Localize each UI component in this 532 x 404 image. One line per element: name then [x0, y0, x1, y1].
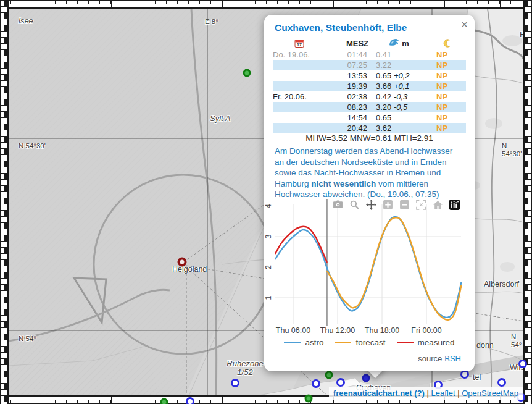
tide-table-row: 13:530.65 +0,2NP — [273, 70, 466, 81]
chart-frame-left — [0, 0, 9, 404]
map-marker-green[interactable] — [243, 69, 251, 77]
map-marker-blue[interactable] — [336, 378, 345, 387]
tide-time: 13:53 — [325, 71, 370, 80]
tide-table-row: 19:393.66 +0,1NP — [273, 81, 466, 91]
map-marker-blue[interactable] — [312, 379, 320, 388]
map-marker-blue[interactable] — [460, 370, 469, 379]
tide-height-delta: -0,3 — [391, 92, 407, 101]
tide-height: 0.41 — [370, 50, 428, 59]
forecast-text: Am Donnerstag werden das Abend-Hochwasse… — [275, 146, 463, 200]
attribution-separator: | — [457, 389, 459, 398]
tide-date: Do. 19.06. — [273, 50, 325, 59]
height-unit: m — [402, 39, 409, 48]
map-marker-green[interactable] — [305, 395, 313, 403]
tide-time: 20:42 — [325, 124, 370, 133]
map-marker-blue[interactable] — [518, 360, 527, 368]
plotly-logo-icon[interactable] — [449, 200, 460, 210]
bsh-link[interactable]: BSH — [444, 354, 461, 363]
tide-table-row: Do. 19.06.01:440.41NP — [273, 49, 466, 60]
svg-text:4: 4 — [264, 204, 273, 208]
tide-popup: × Cuxhaven, Steubenhöft, Elbe 17 MESZ — [264, 15, 475, 371]
svg-text:Fri 00:00: Fri 00:00 — [411, 326, 441, 335]
tide-table-row: 07:253.22NP — [273, 60, 466, 70]
tide-table-row: 08:233.20 -0,5NP — [273, 102, 466, 112]
map-marker-navy[interactable] — [362, 374, 370, 382]
tide-time: 08:23 — [325, 103, 370, 112]
series-forecast — [327, 217, 461, 320]
svg-text:17: 17 — [297, 43, 302, 47]
chart-toolbar — [333, 200, 460, 210]
tide-height: 0.65 — [370, 113, 428, 122]
forecast-emphasis: nicht wesentlich — [311, 179, 376, 188]
tide-table-row: 20:423.62NP — [273, 123, 466, 133]
chart-frame-top — [0, 0, 532, 9]
tide-height-delta: +0,1 — [391, 82, 409, 91]
chart-frame-right — [523, 0, 532, 404]
tide-phase-badge: NP — [428, 71, 466, 80]
zoom-out-icon[interactable] — [399, 200, 410, 210]
map-marker-green[interactable] — [160, 398, 168, 404]
tide-height: 3.62 — [370, 124, 428, 133]
tide-time: 19:39 — [325, 82, 370, 91]
tide-height: 0.65 +0,2 — [370, 71, 428, 80]
tide-table-body: Do. 19.06.01:440.41NP07:253.22NP13:530.6… — [273, 49, 466, 133]
timezone-header: MESZ — [325, 39, 370, 48]
app-screen: E 8°E 9°E 8°N 54°30'N 54°30'N 54°N 54°He… — [0, 0, 532, 404]
tide-time: 02:38 — [325, 92, 370, 101]
autoscale-icon[interactable] — [416, 200, 426, 210]
tide-table-row: 14:540.65NP — [273, 112, 466, 123]
svg-text:Thu 06:00: Thu 06:00 — [276, 326, 310, 335]
tide-stats: MHW=3.52 MNW=0.61 MTH=2.91 — [264, 133, 475, 143]
svg-text:3: 3 — [264, 234, 273, 238]
tide-time: 14:54 — [325, 113, 370, 122]
attribution-leaflet-link[interactable]: Leaflet — [431, 389, 455, 398]
home-icon[interactable] — [433, 200, 443, 210]
attribution-separator: | — [427, 389, 429, 398]
svg-text:Thu 18:00: Thu 18:00 — [365, 326, 399, 335]
map-marker-blue[interactable] — [186, 397, 194, 404]
map-marker-red[interactable] — [178, 258, 187, 267]
tide-date: Fr. 20.06. — [273, 92, 325, 101]
tide-phase-badge: NP — [428, 50, 466, 59]
tide-table-header: 17 MESZ m — [273, 37, 466, 49]
map-marker-blue[interactable] — [231, 379, 239, 387]
attribution-osm-link[interactable]: OpenStreetMap — [462, 389, 518, 398]
zoom-in-icon[interactable] — [383, 200, 393, 210]
tide-phase-badge: NP — [428, 92, 466, 101]
map-marker-green[interactable] — [325, 371, 333, 379]
moon-icon — [428, 39, 466, 48]
tide-time: 01:44 — [325, 50, 370, 59]
height-header: m — [370, 38, 428, 48]
series-measured — [275, 227, 326, 262]
tide-phase-badge: NP — [428, 124, 466, 133]
map-marker-blue[interactable] — [497, 378, 506, 387]
zoom-tool-icon[interactable] — [349, 200, 360, 210]
attribution-site-link[interactable]: freenauticalchart.net (?) — [333, 389, 425, 398]
calendar-icon: 17 — [273, 38, 325, 48]
source-line: sourceBSH — [418, 354, 461, 363]
tide-phase-badge: NP — [428, 82, 466, 91]
svg-text:2: 2 — [264, 265, 273, 269]
pan-tool-icon[interactable] — [366, 200, 376, 210]
tide-time: 07:25 — [325, 61, 370, 70]
attribution-bar: freenauticalchart.net (?) | Leaflet | Op… — [329, 387, 523, 400]
tide-height-delta: +0,2 — [391, 71, 409, 80]
tide-table-row: Fr. 20.06.02:380.42 -0,3NP — [273, 91, 466, 102]
tide-height: 3.66 +0,1 — [370, 82, 428, 91]
tide-height: 0.42 -0,3 — [370, 92, 428, 101]
camera-icon[interactable] — [333, 200, 343, 210]
tide-height-delta: -0,5 — [391, 103, 407, 112]
close-icon[interactable]: × — [460, 17, 469, 32]
svg-text:Thu 12:00: Thu 12:00 — [320, 326, 355, 335]
popup-title: Cuxhaven, Steubenhöft, Elbe — [275, 22, 407, 33]
tide-chart-svg[interactable]: 1234Thu 06:00Thu 12:00Thu 18:00Fri 00:00 — [264, 198, 475, 342]
tide-phase-badge: NP — [428, 113, 466, 122]
tide-table: 17 MESZ m Do. 19.06.01:440.41N — [273, 37, 466, 133]
tide-phase-badge: NP — [428, 103, 466, 112]
tide-phase-badge: NP — [428, 61, 466, 70]
wave-icon — [389, 38, 399, 48]
svg-text:1: 1 — [264, 295, 273, 300]
tide-height: 3.22 — [370, 61, 428, 70]
tide-height: 3.20 -0,5 — [370, 103, 428, 112]
